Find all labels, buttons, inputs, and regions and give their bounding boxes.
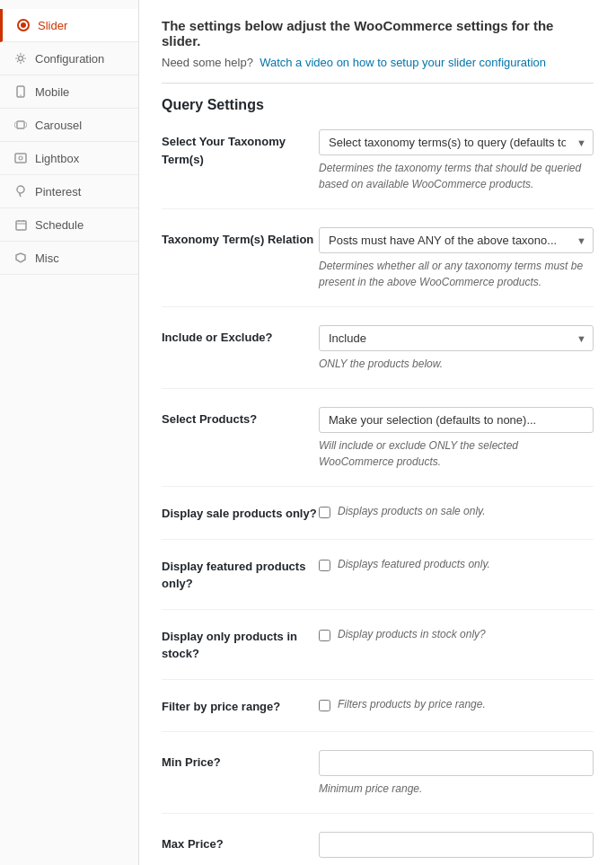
sidebar-item-slider[interactable]: Slider — [0, 9, 138, 42]
select-products-description: Will include or exclude ONLY the selecte… — [319, 437, 594, 470]
sidebar-item-label: Pinterest — [35, 185, 81, 199]
sidebar-item-label: Mobile — [35, 85, 69, 99]
taxonomy-relation-select-wrapper: Posts must have ANY of the above taxono.… — [319, 227, 594, 253]
featured-products-field: Displays featured products only. — [319, 558, 594, 571]
main-content: The settings below adjust the WooCommerc… — [139, 0, 616, 865]
taxonomy-terms-description: Determines the taxonomy terms that shoul… — [319, 160, 594, 192]
featured-products-label: Display featured products only? — [162, 558, 319, 593]
gear-icon — [13, 51, 28, 66]
taxonomy-relation-label: Taxonomy Term(s) Relation — [162, 227, 319, 249]
price-range-checkbox[interactable] — [319, 700, 330, 711]
taxonomy-terms-row: Select Your Taxonomy Term(s) Select taxo… — [162, 129, 594, 209]
sidebar-item-label: Carousel — [35, 119, 82, 132]
sidebar-item-lightbox[interactable]: Lightbox — [0, 142, 138, 175]
include-exclude-row: Include or Exclude? Include Exclude ▼ ON… — [162, 325, 594, 389]
in-stock-field: Display products in stock only? — [319, 628, 594, 641]
sale-products-field: Displays products on sale only. — [319, 505, 594, 518]
svg-point-1 — [21, 22, 26, 28]
mobile-icon — [13, 84, 28, 99]
sale-products-description: Displays products on sale only. — [338, 505, 486, 517]
price-range-field: Filters products by price range. — [319, 698, 594, 711]
select-products-field: Make your selection (defaults to none)..… — [319, 407, 594, 470]
lightbox-icon — [13, 151, 28, 165]
min-price-description: Minimum price range. — [319, 781, 594, 797]
in-stock-row: Display only products in stock? Display … — [162, 628, 594, 680]
taxonomy-terms-select-wrapper: Select taxonomy terms(s) to query (defau… — [319, 129, 594, 155]
sidebar-item-label: Configuration — [35, 52, 104, 66]
include-exclude-description: ONLY the products below. — [319, 356, 594, 372]
svg-point-10 — [17, 186, 24, 193]
select-products-select[interactable]: Make your selection (defaults to none)..… — [319, 407, 594, 433]
price-range-row: Filter by price range? Filters products … — [162, 698, 594, 733]
include-exclude-select[interactable]: Include Exclude — [319, 325, 594, 351]
select-products-label: Select Products? — [162, 407, 319, 428]
taxonomy-relation-row: Taxonomy Term(s) Relation Posts must hav… — [162, 227, 594, 307]
taxonomy-relation-description: Determines whether all or any taxonomy t… — [319, 258, 594, 290]
include-exclude-field: Include Exclude ▼ ONLY the products belo… — [319, 325, 594, 372]
page-title: The settings below adjust the WooCommerc… — [162, 18, 594, 49]
in-stock-description: Display products in stock only? — [338, 628, 486, 640]
misc-icon — [13, 251, 28, 265]
svg-rect-8 — [15, 154, 26, 163]
featured-products-row: Display featured products only? Displays… — [162, 558, 594, 610]
sidebar-item-mobile[interactable]: Mobile — [0, 75, 138, 109]
section-divider — [162, 83, 594, 84]
help-video-link[interactable]: Watch a video on how to setup your slide… — [260, 56, 546, 69]
taxonomy-terms-field: Select taxonomy terms(s) to query (defau… — [319, 129, 594, 192]
carousel-icon — [13, 118, 28, 132]
sale-products-row: Display sale products only? Displays pro… — [162, 505, 594, 540]
select-products-select-wrapper: Make your selection (defaults to none)..… — [319, 407, 594, 433]
min-price-row: Min Price? Minimum price range. — [162, 750, 594, 814]
price-range-description: Filters products by price range. — [338, 698, 486, 711]
circle-icon — [16, 18, 31, 32]
sidebar-item-label: Lightbox — [35, 152, 79, 165]
max-price-input[interactable] — [319, 832, 594, 858]
sale-products-label: Display sale products only? — [162, 505, 319, 523]
taxonomy-relation-select[interactable]: Posts must have ANY of the above taxono.… — [319, 227, 594, 253]
min-price-field: Minimum price range. — [319, 750, 594, 797]
svg-point-2 — [19, 57, 23, 61]
sidebar-item-label: Misc — [35, 252, 59, 265]
max-price-label: Max Price? — [162, 832, 319, 853]
schedule-icon — [13, 217, 28, 232]
featured-products-description: Displays featured products only. — [338, 558, 490, 570]
max-price-field: Maximum price range. — [319, 832, 594, 865]
include-exclude-label: Include or Exclude? — [162, 325, 319, 347]
taxonomy-relation-field: Posts must have ANY of the above taxono.… — [319, 227, 594, 290]
sidebar: Slider Configuration Mobile Carousel Lig — [0, 0, 139, 865]
include-exclude-select-wrapper: Include Exclude ▼ — [319, 325, 594, 351]
svg-point-4 — [20, 95, 21, 96]
svg-rect-7 — [24, 123, 27, 128]
max-price-row: Max Price? Maximum price range. — [162, 832, 594, 865]
sidebar-item-label: Schedule — [35, 218, 84, 232]
min-price-input[interactable] — [319, 750, 594, 776]
in-stock-label: Display only products in stock? — [162, 628, 319, 663]
sidebar-item-misc[interactable]: Misc — [0, 242, 138, 275]
select-products-row: Select Products? Make your selection (de… — [162, 407, 594, 487]
help-text: Need some help? Watch a video on how to … — [162, 56, 594, 69]
sidebar-item-label: Slider — [38, 19, 67, 32]
section-title: Query Settings — [162, 97, 594, 113]
taxonomy-terms-select[interactable]: Select taxonomy terms(s) to query (defau… — [319, 129, 594, 155]
sidebar-item-pinterest[interactable]: Pinterest — [0, 175, 138, 208]
taxonomy-terms-label: Select Your Taxonomy Term(s) — [162, 129, 319, 168]
svg-rect-5 — [17, 121, 24, 128]
featured-products-checkbox[interactable] — [319, 560, 330, 571]
sidebar-item-configuration[interactable]: Configuration — [0, 42, 138, 75]
in-stock-checkbox[interactable] — [319, 630, 330, 641]
min-price-label: Min Price? — [162, 750, 319, 772]
price-range-label: Filter by price range? — [162, 698, 319, 716]
sidebar-item-schedule[interactable]: Schedule — [0, 208, 138, 242]
pinterest-icon — [13, 184, 28, 199]
svg-rect-11 — [16, 221, 26, 230]
sale-products-checkbox[interactable] — [319, 507, 330, 518]
svg-rect-6 — [15, 123, 18, 128]
svg-point-9 — [19, 156, 22, 160]
sidebar-item-carousel[interactable]: Carousel — [0, 109, 138, 142]
